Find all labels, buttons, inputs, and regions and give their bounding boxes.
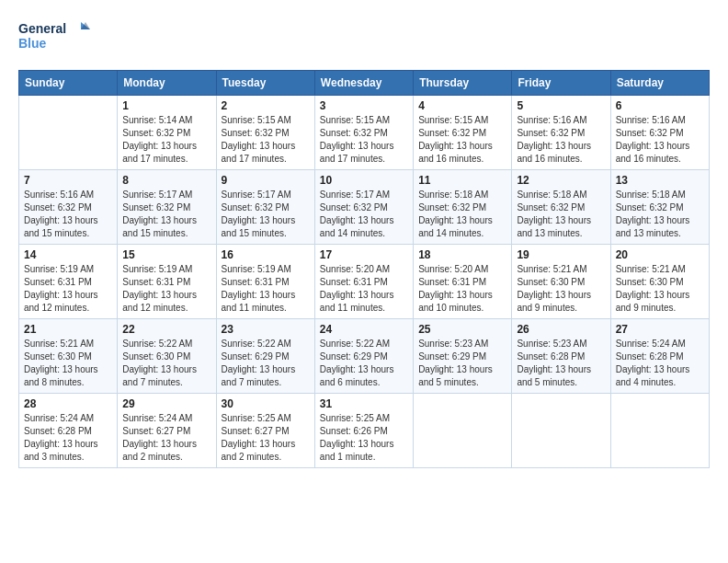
day-info: Sunrise: 5:19 AMSunset: 6:31 PMDaylight:… — [24, 263, 112, 315]
day-info: Sunrise: 5:21 AMSunset: 6:30 PMDaylight:… — [517, 263, 605, 315]
calendar-week: 14Sunrise: 5:19 AMSunset: 6:31 PMDayligh… — [19, 245, 710, 319]
calendar-cell: 3Sunrise: 5:15 AMSunset: 6:32 PMDaylight… — [314, 96, 413, 170]
calendar-cell: 22Sunrise: 5:22 AMSunset: 6:30 PMDayligh… — [118, 319, 216, 394]
day-info: Sunrise: 5:21 AMSunset: 6:30 PMDaylight:… — [24, 338, 112, 389]
calendar-cell: 17Sunrise: 5:20 AMSunset: 6:31 PMDayligh… — [314, 245, 413, 319]
day-number: 25 — [418, 323, 506, 336]
day-info: Sunrise: 5:18 AMSunset: 6:32 PMDaylight:… — [517, 189, 605, 240]
svg-text:General: General — [18, 21, 66, 36]
calendar-cell: 18Sunrise: 5:20 AMSunset: 6:31 PMDayligh… — [414, 245, 512, 319]
day-number: 19 — [517, 248, 605, 261]
calendar-cell: 31Sunrise: 5:25 AMSunset: 6:26 PMDayligh… — [314, 394, 413, 468]
day-info: Sunrise: 5:14 AMSunset: 6:32 PMDaylight:… — [122, 114, 210, 166]
day-number: 18 — [418, 248, 506, 261]
calendar-week: 1Sunrise: 5:14 AMSunset: 6:32 PMDaylight… — [19, 96, 710, 170]
day-number: 5 — [517, 99, 605, 112]
day-number: 30 — [222, 397, 310, 410]
calendar-cell: 1Sunrise: 5:14 AMSunset: 6:32 PMDaylight… — [118, 96, 216, 170]
day-number: 4 — [418, 99, 506, 112]
day-info: Sunrise: 5:17 AMSunset: 6:32 PMDaylight:… — [320, 189, 408, 240]
day-number: 3 — [320, 99, 408, 112]
day-number: 13 — [616, 174, 704, 187]
day-info: Sunrise: 5:16 AMSunset: 6:32 PMDaylight:… — [24, 189, 112, 240]
calendar-cell: 21Sunrise: 5:21 AMSunset: 6:30 PMDayligh… — [19, 319, 118, 394]
day-info: Sunrise: 5:17 AMSunset: 6:32 PMDaylight:… — [122, 189, 210, 240]
day-info: Sunrise: 5:24 AMSunset: 6:28 PMDaylight:… — [616, 338, 704, 389]
weekday-header: Thursday — [414, 71, 512, 96]
day-number: 1 — [122, 99, 210, 112]
weekday-header: Wednesday — [314, 71, 413, 96]
weekday-header: Saturday — [610, 71, 709, 96]
weekday-header: Monday — [118, 71, 216, 96]
calendar-cell: 15Sunrise: 5:19 AMSunset: 6:31 PMDayligh… — [118, 245, 216, 319]
calendar-body: 1Sunrise: 5:14 AMSunset: 6:32 PMDaylight… — [19, 96, 710, 468]
calendar-cell: 24Sunrise: 5:22 AMSunset: 6:29 PMDayligh… — [314, 319, 413, 394]
weekday-header: Sunday — [19, 71, 118, 96]
day-info: Sunrise: 5:24 AMSunset: 6:27 PMDaylight:… — [122, 412, 210, 464]
day-info: Sunrise: 5:18 AMSunset: 6:32 PMDaylight:… — [616, 189, 704, 240]
header-row: SundayMondayTuesdayWednesdayThursdayFrid… — [19, 71, 710, 96]
day-number: 7 — [24, 174, 112, 187]
calendar-cell: 8Sunrise: 5:17 AMSunset: 6:32 PMDaylight… — [118, 170, 216, 245]
day-number: 14 — [24, 248, 112, 261]
day-number: 22 — [122, 323, 210, 336]
day-number: 9 — [222, 174, 310, 187]
day-number: 20 — [616, 248, 704, 261]
calendar-cell: 29Sunrise: 5:24 AMSunset: 6:27 PMDayligh… — [118, 394, 216, 468]
calendar-cell: 16Sunrise: 5:19 AMSunset: 6:31 PMDayligh… — [216, 245, 314, 319]
day-number: 10 — [320, 174, 408, 187]
calendar-cell: 4Sunrise: 5:15 AMSunset: 6:32 PMDaylight… — [414, 96, 512, 170]
calendar-cell: 5Sunrise: 5:16 AMSunset: 6:32 PMDaylight… — [512, 96, 610, 170]
calendar-cell: 27Sunrise: 5:24 AMSunset: 6:28 PMDayligh… — [610, 319, 709, 394]
day-number: 2 — [222, 99, 310, 112]
day-info: Sunrise: 5:15 AMSunset: 6:32 PMDaylight:… — [222, 114, 310, 166]
logo-svg: GeneralBlue — [18, 18, 101, 55]
calendar-cell: 25Sunrise: 5:23 AMSunset: 6:29 PMDayligh… — [414, 319, 512, 394]
day-number: 24 — [320, 323, 408, 336]
day-number: 29 — [122, 397, 210, 410]
day-info: Sunrise: 5:17 AMSunset: 6:32 PMDaylight:… — [222, 189, 310, 240]
day-number: 16 — [222, 248, 310, 261]
day-number: 23 — [222, 323, 310, 336]
logo: GeneralBlue — [18, 18, 101, 55]
day-info: Sunrise: 5:19 AMSunset: 6:31 PMDaylight:… — [122, 263, 210, 315]
calendar-cell: 20Sunrise: 5:21 AMSunset: 6:30 PMDayligh… — [610, 245, 709, 319]
svg-text:Blue: Blue — [18, 36, 47, 51]
calendar-table: SundayMondayTuesdayWednesdayThursdayFrid… — [18, 70, 710, 468]
day-number: 21 — [24, 323, 112, 336]
day-number: 31 — [320, 397, 408, 410]
calendar-cell: 6Sunrise: 5:16 AMSunset: 6:32 PMDaylight… — [610, 96, 709, 170]
calendar-cell: 30Sunrise: 5:25 AMSunset: 6:27 PMDayligh… — [216, 394, 314, 468]
calendar-cell — [610, 394, 709, 468]
calendar-week: 28Sunrise: 5:24 AMSunset: 6:28 PMDayligh… — [19, 394, 710, 468]
calendar-cell: 14Sunrise: 5:19 AMSunset: 6:31 PMDayligh… — [19, 245, 118, 319]
day-number: 28 — [24, 397, 112, 410]
day-number: 11 — [418, 174, 506, 187]
day-info: Sunrise: 5:20 AMSunset: 6:31 PMDaylight:… — [320, 263, 408, 315]
calendar-cell: 23Sunrise: 5:22 AMSunset: 6:29 PMDayligh… — [216, 319, 314, 394]
calendar-header: SundayMondayTuesdayWednesdayThursdayFrid… — [19, 71, 710, 96]
page-header: GeneralBlue — [18, 18, 710, 55]
calendar-cell: 11Sunrise: 5:18 AMSunset: 6:32 PMDayligh… — [414, 170, 512, 245]
calendar-cell: 2Sunrise: 5:15 AMSunset: 6:32 PMDaylight… — [216, 96, 314, 170]
day-info: Sunrise: 5:23 AMSunset: 6:28 PMDaylight:… — [517, 338, 605, 389]
calendar-cell: 9Sunrise: 5:17 AMSunset: 6:32 PMDaylight… — [216, 170, 314, 245]
day-number: 8 — [122, 174, 210, 187]
day-number: 12 — [517, 174, 605, 187]
day-number: 27 — [616, 323, 704, 336]
day-number: 17 — [320, 248, 408, 261]
day-info: Sunrise: 5:16 AMSunset: 6:32 PMDaylight:… — [616, 114, 704, 166]
day-info: Sunrise: 5:23 AMSunset: 6:29 PMDaylight:… — [418, 338, 506, 389]
calendar-cell: 12Sunrise: 5:18 AMSunset: 6:32 PMDayligh… — [512, 170, 610, 245]
day-info: Sunrise: 5:19 AMSunset: 6:31 PMDaylight:… — [222, 263, 310, 315]
day-info: Sunrise: 5:22 AMSunset: 6:29 PMDaylight:… — [320, 338, 408, 389]
day-info: Sunrise: 5:15 AMSunset: 6:32 PMDaylight:… — [418, 114, 506, 166]
day-info: Sunrise: 5:21 AMSunset: 6:30 PMDaylight:… — [616, 263, 704, 315]
day-info: Sunrise: 5:24 AMSunset: 6:28 PMDaylight:… — [24, 412, 112, 464]
day-number: 15 — [122, 248, 210, 261]
calendar-week: 7Sunrise: 5:16 AMSunset: 6:32 PMDaylight… — [19, 170, 710, 245]
day-number: 26 — [517, 323, 605, 336]
calendar-cell: 13Sunrise: 5:18 AMSunset: 6:32 PMDayligh… — [610, 170, 709, 245]
weekday-header: Tuesday — [216, 71, 314, 96]
calendar-cell: 10Sunrise: 5:17 AMSunset: 6:32 PMDayligh… — [314, 170, 413, 245]
